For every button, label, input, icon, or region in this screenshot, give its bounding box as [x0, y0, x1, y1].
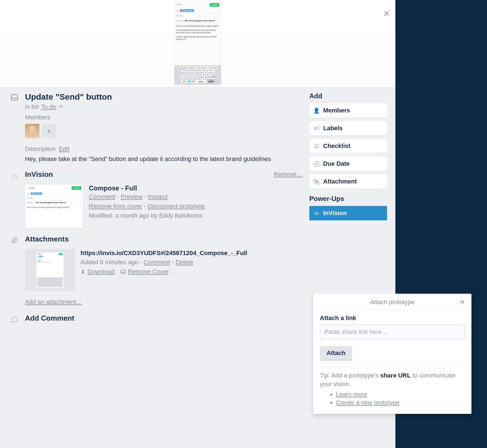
add-section-title: Add — [309, 92, 387, 100]
card-main: Update "Send" button in list To do 👁 Mem… — [8, 92, 303, 330]
add-attachment-link[interactable]: Add an attachment… — [25, 298, 303, 306]
clock-icon: 🕑 — [314, 161, 319, 167]
attachment-icon — [8, 235, 21, 291]
user-icon: 👤 — [314, 107, 319, 114]
labels-button[interactable]: 🏷Labels — [309, 121, 387, 135]
members-label: Members — [25, 114, 303, 121]
add-comment-title: Add Comment — [25, 314, 303, 323]
mock-keyboard: QWERTYUIOP ASDFGHJKL ⇧ZXCVBNM⌫ 123 🌐 🎤 s… — [174, 65, 221, 85]
download-link[interactable]: Download — [87, 268, 115, 275]
watch-icon[interactable]: 👁 — [58, 104, 64, 110]
card-title[interactable]: Update "Send" button — [25, 92, 303, 102]
comment-icon — [8, 314, 21, 323]
checklist-icon: ☑ — [314, 143, 319, 149]
due-date-button[interactable]: 🕑Due Date — [309, 157, 387, 171]
comment-link[interactable]: Comment — [89, 193, 115, 200]
attach-link-label: Attach a link — [320, 314, 465, 322]
attachment-button[interactable]: 📎Attachment — [309, 174, 387, 189]
card-modal: × Close Send To: Billy Kiely+ Cc/Bcc: Su… — [0, 0, 395, 448]
card-icon — [8, 92, 21, 163]
divider — [320, 367, 465, 367]
popover-close-icon[interactable]: ✕ — [460, 299, 465, 306]
list-link[interactable]: To do — [41, 103, 56, 110]
close-icon[interactable]: × — [383, 8, 390, 19]
cover-icon — [120, 269, 126, 275]
invision-powerup-button[interactable]: inInVision — [309, 206, 387, 220]
svg-rect-2 — [121, 270, 125, 273]
tip-text: Tip: Add a prototype's share URL to comm… — [320, 371, 465, 407]
remove-powerup-link[interactable]: Remove… — [274, 171, 303, 178]
prototype-name: Compose - Full — [89, 184, 303, 192]
remove-att-cover-link[interactable]: Remove Cover — [128, 268, 169, 275]
list-location: in list To do 👁 — [25, 103, 303, 110]
member-avatar[interactable] — [25, 124, 39, 138]
download-icon: ⬇ — [81, 268, 85, 275]
attach-button[interactable]: Attach — [320, 346, 352, 360]
invision-thumbnail[interactable]: CloseSend To: Billy Kiely+ Cc/Bcc: Subje… — [25, 184, 83, 228]
members-button[interactable]: 👤Members — [309, 103, 387, 118]
mock-send: Send — [210, 3, 219, 7]
disconnect-link[interactable]: Disconnect prototype — [148, 203, 205, 210]
remove-cover-link[interactable]: Remove from cover — [89, 203, 142, 210]
inspect-link[interactable]: Inspect — [148, 193, 168, 200]
share-link-input[interactable] — [320, 324, 465, 339]
checklist-button[interactable]: ☑Checklist — [309, 139, 387, 153]
modified-meta: Modified: a month ago by Eddy Balcikonis — [89, 212, 303, 219]
description-text[interactable]: Hey, please take at the "Send" button an… — [25, 155, 303, 163]
invision-title: InVision — [25, 170, 53, 179]
edit-description-link[interactable]: Edit — [59, 145, 69, 153]
att-delete-link[interactable]: Delete — [175, 259, 193, 266]
attachment-name[interactable]: https://invis.io/CXD3YUDFS#/245871204_Co… — [81, 249, 303, 258]
invision-icon: in — [8, 170, 21, 228]
invision-logo-icon: in — [314, 210, 319, 216]
mock-close: Close — [176, 3, 182, 7]
popover-title: Attach prototype — [370, 299, 415, 306]
description-label: Description — [25, 145, 56, 153]
create-prototype-link[interactable]: Create a new prototype — [336, 399, 400, 406]
svg-rect-0 — [11, 95, 18, 100]
attachment-thumbnail[interactable]: CloseSend To: Billy Cc/Bcc Subject text … — [25, 249, 75, 291]
tag-icon: 🏷 — [314, 125, 319, 131]
cover-image[interactable]: Close Send To: Billy Kiely+ Cc/Bcc: Subj… — [174, 2, 221, 85]
add-member-button[interactable]: + — [42, 124, 56, 138]
learn-more-link[interactable]: Learn more — [336, 391, 367, 398]
attach-prototype-popover: Attach prototype ✕ Attach a link Attach … — [313, 294, 471, 414]
att-comment-link[interactable]: Comment — [144, 259, 170, 266]
powerups-section-title: Power-Ups — [309, 195, 387, 203]
card-cover: × Close Send To: Billy Kiely+ Cc/Bcc: Su… — [0, 0, 395, 87]
paperclip-icon: 📎 — [314, 178, 319, 185]
attachments-title: Attachments — [25, 235, 303, 243]
preview-link[interactable]: Preview — [121, 193, 142, 200]
